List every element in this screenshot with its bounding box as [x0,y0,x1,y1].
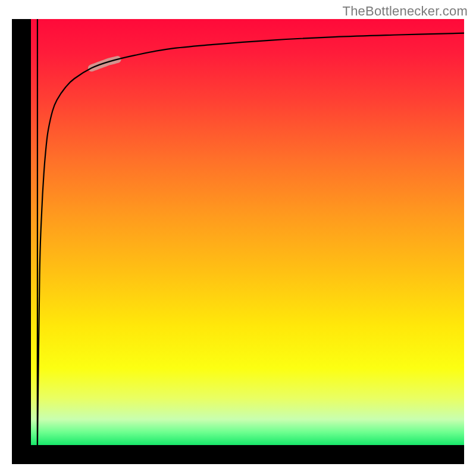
axes-frame [12,19,464,464]
curve-layer [31,19,464,445]
plot-area [31,19,464,445]
bottleneck-curve [37,19,464,445]
chart-stage: TheBottlenecker.com [0,0,476,476]
watermark-text: TheBottlenecker.com [343,4,468,19]
